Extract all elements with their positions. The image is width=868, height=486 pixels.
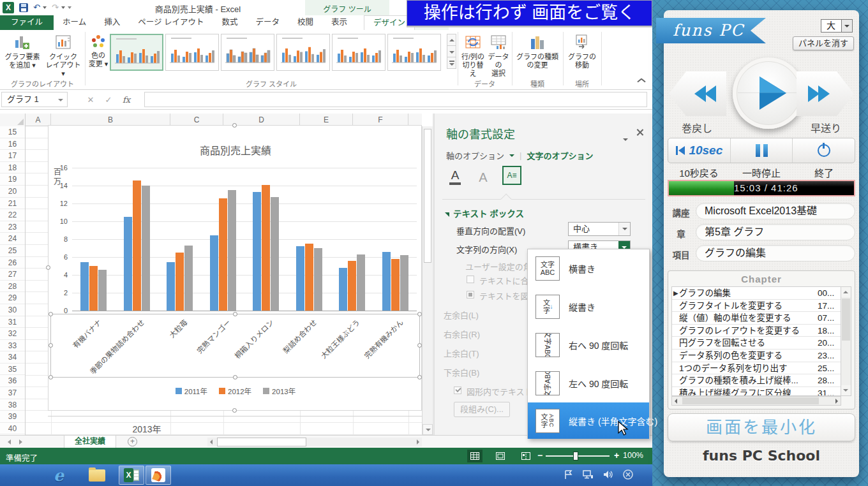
chapter-row[interactable]: 縦（値）軸の単位を変更する 07... xyxy=(672,312,841,325)
chart-styles-gallery[interactable] xyxy=(110,34,441,71)
chapter-row[interactable]: グラフの種類を積み上げ縦棒... 28... xyxy=(672,374,841,387)
ribbon-tab[interactable]: 挿入 xyxy=(95,15,129,30)
row-number[interactable]: 36 xyxy=(0,375,25,387)
textbox-section-header[interactable]: テキスト ボックス xyxy=(445,207,524,219)
legend-item[interactable]: 2013年 xyxy=(263,386,296,396)
enter-icon[interactable]: ✓ xyxy=(100,95,117,105)
name-box[interactable]: グラフ 1 xyxy=(1,92,68,107)
chart-style-thumbnail[interactable] xyxy=(332,34,385,71)
chart-style-thumbnail[interactable] xyxy=(110,34,163,71)
customize-qat-icon[interactable] xyxy=(68,6,71,9)
add-chart-element-button[interactable]: グラフ要素を追加 ▾ xyxy=(3,33,42,78)
page-break-view-button[interactable] xyxy=(518,450,534,462)
category-axis-selection[interactable] xyxy=(50,314,420,378)
ribbon-tab[interactable]: ホーム xyxy=(54,15,95,30)
bar-2012年[interactable] xyxy=(133,180,141,311)
row-number[interactable]: 26 xyxy=(0,257,25,269)
fast-forward-button[interactable] xyxy=(797,71,854,116)
cancel-icon[interactable]: ✕ xyxy=(82,95,100,105)
power-button[interactable] xyxy=(793,138,855,163)
menu-item[interactable]: 文字↓ 縦書き xyxy=(528,288,649,326)
text-fill-icon[interactable]: A xyxy=(446,169,464,185)
bar-2013年[interactable] xyxy=(271,197,279,311)
size-select[interactable]: 大 xyxy=(821,19,853,33)
zoom-slider-thumb[interactable] xyxy=(573,452,578,460)
redo-icon[interactable]: ↷ xyxy=(52,3,59,12)
chart-style-thumbnail[interactable] xyxy=(276,34,330,71)
bar-2011年[interactable] xyxy=(253,192,261,311)
row-number[interactable]: 29 xyxy=(0,292,25,304)
close-tray-icon[interactable] xyxy=(623,469,633,480)
scroll-down-button[interactable] xyxy=(423,424,433,435)
gallery-down-button[interactable] xyxy=(447,45,456,57)
row-number[interactable]: 39 xyxy=(0,411,25,423)
chart-handle[interactable] xyxy=(232,408,237,413)
vertical-align-combo[interactable]: 中心 xyxy=(568,222,631,236)
ribbon-tab[interactable]: 校閲 xyxy=(288,15,322,30)
ribbon-tab[interactable]: ページ レイアウト xyxy=(129,15,213,30)
row-number[interactable]: 23 xyxy=(0,221,25,233)
select-all-corner[interactable] xyxy=(0,114,26,126)
undo-dropdown-icon[interactable] xyxy=(43,6,47,9)
row-number[interactable]: 34 xyxy=(0,351,25,364)
chart-style-thumbnail[interactable] xyxy=(221,34,274,71)
play-button[interactable] xyxy=(733,57,804,129)
ribbon-tab[interactable]: データ xyxy=(246,15,288,30)
row-number[interactable]: 37 xyxy=(0,387,25,399)
volume-icon[interactable] xyxy=(603,470,613,479)
row-number[interactable]: 33 xyxy=(0,340,25,352)
gallery-more-button[interactable] xyxy=(447,57,456,69)
chapter-row[interactable]: グラフのレイアウトを変更する 18... xyxy=(672,325,841,337)
taskbar-ie-button[interactable]: e xyxy=(46,466,71,485)
chart-style-thumbnail[interactable] xyxy=(165,34,219,71)
bar-2013年[interactable] xyxy=(184,246,193,311)
chapter-row[interactable]: 円グラフを回転させる 20... xyxy=(672,337,841,350)
new-sheet-button[interactable]: + xyxy=(128,437,137,446)
bar-2013年[interactable] xyxy=(400,255,408,311)
formula-input[interactable] xyxy=(144,92,647,107)
sheet-tab[interactable]: 全社実績 xyxy=(64,436,116,448)
row-number[interactable]: 21 xyxy=(0,198,25,210)
page-layout-view-button[interactable] xyxy=(493,450,508,462)
chart-object[interactable]: 商品別売上実績 百万 有機バナナ季節の果物詰め合わせ大粒苺完熟マンゴー桐箱入りメ… xyxy=(48,125,422,411)
column-header[interactable]: A xyxy=(26,114,51,126)
bar-2012年[interactable] xyxy=(262,185,270,311)
text-effects-icon[interactable]: A xyxy=(474,170,492,185)
progress-bar[interactable]: 15:03 / 41:26 xyxy=(668,180,855,196)
chapter-vscrollbar[interactable] xyxy=(841,286,851,396)
next-sheet-icon[interactable] xyxy=(19,439,22,445)
column-header[interactable]: F xyxy=(353,114,408,126)
row-number[interactable]: 17 xyxy=(0,150,25,162)
bar-2011年[interactable] xyxy=(382,252,391,311)
row-number[interactable]: 30 xyxy=(0,304,25,316)
ribbon-tab[interactable]: 表示 xyxy=(322,15,356,30)
menu-item[interactable]: 文字ABC 左へ 90 度回転 xyxy=(528,364,649,402)
row-number[interactable]: 25 xyxy=(0,245,25,257)
bar-2013年[interactable] xyxy=(142,186,150,311)
bar-2012年[interactable] xyxy=(348,261,356,311)
chart-style-thumbnail[interactable] xyxy=(387,34,441,71)
chapter-row[interactable]: 1つのデータ系列を切り出す 25... xyxy=(672,362,841,375)
save-icon[interactable] xyxy=(19,3,28,12)
row-number[interactable]: 18 xyxy=(0,162,25,174)
ribbon-tab[interactable]: 数式 xyxy=(213,15,246,30)
bar-2011年[interactable] xyxy=(339,268,347,311)
back-10sec-button[interactable]: 10sec xyxy=(668,138,731,163)
row-number[interactable]: 20 xyxy=(0,186,25,198)
sheet-vertical-scrollbar[interactable] xyxy=(422,126,433,435)
menu-item[interactable]: 文字ABC 横書き xyxy=(528,249,649,288)
row-number[interactable]: 16 xyxy=(0,138,25,151)
normal-view-button[interactable] xyxy=(467,450,483,462)
menu-item[interactable]: 文字ABC 縦書き (半角文字含む) xyxy=(528,402,649,439)
bar-2011年[interactable] xyxy=(210,235,218,311)
pane-close-icon[interactable] xyxy=(636,129,643,136)
textbox-icon[interactable]: A≡ xyxy=(502,166,521,185)
row-number[interactable]: 31 xyxy=(0,316,25,328)
column-header[interactable]: B xyxy=(51,114,170,126)
ribbon-tab[interactable]: ファイル xyxy=(0,15,54,30)
network-icon[interactable] xyxy=(583,470,594,479)
pause-button[interactable] xyxy=(731,138,793,163)
row-number[interactable]: 24 xyxy=(0,233,25,245)
hide-panel-button[interactable]: パネルを消す xyxy=(793,36,854,50)
row-number[interactable]: 28 xyxy=(0,281,25,293)
